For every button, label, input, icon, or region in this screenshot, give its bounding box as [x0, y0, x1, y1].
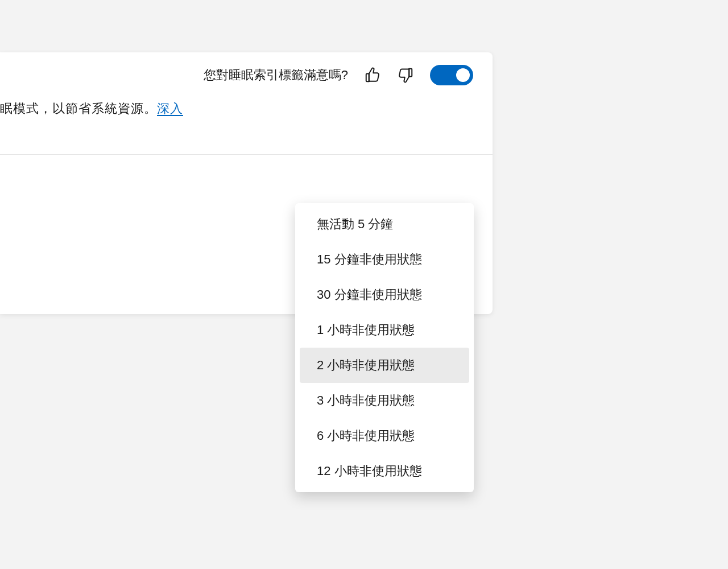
feedback-group: 您對睡眠索引標籤滿意嗎?	[204, 65, 473, 85]
thumbs-up-icon	[364, 67, 381, 84]
dropdown-option[interactable]: 12 小時非使用狀態	[300, 453, 469, 489]
description-text: 眠模式，以節省系統資源。	[0, 101, 157, 116]
sleeping-tabs-toggle[interactable]	[430, 65, 473, 85]
dropdown-option[interactable]: 1 小時非使用狀態	[300, 312, 469, 348]
thumbs-down-button[interactable]	[397, 67, 414, 84]
dropdown-option[interactable]: 2 小時非使用狀態	[300, 348, 469, 383]
dropdown-option[interactable]: 30 分鐘非使用狀態	[300, 277, 469, 312]
feedback-question: 您對睡眠索引標籤滿意嗎?	[204, 67, 348, 84]
toggle-knob	[456, 68, 470, 82]
thumbs-up-button[interactable]	[364, 67, 381, 84]
inactivity-dropdown: 無活動 5 分鐘15 分鐘非使用狀態30 分鐘非使用狀態1 小時非使用狀態2 小…	[295, 203, 474, 492]
learn-more-link[interactable]: 深入	[157, 101, 183, 116]
dropdown-option[interactable]: 6 小時非使用狀態	[300, 418, 469, 453]
dropdown-option[interactable]: 15 分鐘非使用狀態	[300, 242, 469, 277]
card-header: 您對睡眠索引標籤滿意嗎? 眠模式，以節省系統資源。深入	[0, 52, 493, 155]
description-line: 眠模式，以節省系統資源。深入	[0, 100, 183, 117]
dropdown-option[interactable]: 3 小時非使用狀態	[300, 383, 469, 418]
dropdown-option[interactable]: 無活動 5 分鐘	[300, 207, 469, 242]
thumbs-down-icon	[397, 67, 414, 84]
